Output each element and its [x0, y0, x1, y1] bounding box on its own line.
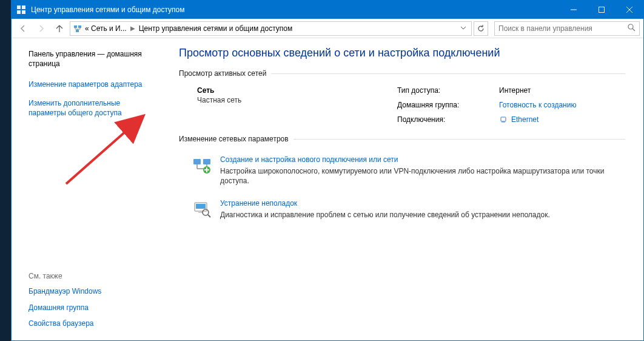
- access-type-value: Интернет: [499, 86, 625, 95]
- sidebar-home[interactable]: Панель управления — домашняя страница: [29, 49, 159, 69]
- chevron-right-icon: ▶: [129, 25, 136, 32]
- new-connection-icon: [192, 155, 212, 175]
- task-new-connection-body: Создание и настройка нового подключения …: [220, 155, 608, 186]
- network-details: Тип доступа: Интернет Домашняя группа: Г…: [397, 86, 625, 124]
- network-name: Сеть: [197, 86, 397, 95]
- task-troubleshoot: Устранение неполадок Диагностика и испра…: [192, 199, 625, 220]
- breadcrumb-part-2[interactable]: Центр управления сетями и общим доступом: [139, 24, 293, 33]
- address-bar[interactable]: « Сеть и И... ▶ Центр управления сетями …: [70, 21, 472, 36]
- divider: [293, 139, 625, 140]
- window-controls: [560, 1, 643, 19]
- sidebar: Панель управления — домашняя страница Из…: [12, 38, 168, 340]
- window-title: Центр управления сетями и общим доступом: [31, 5, 560, 14]
- forward-button[interactable]: [33, 21, 49, 36]
- app-icon: [16, 5, 26, 15]
- seealso-label: См. также: [29, 272, 159, 280]
- address-dropdown-icon[interactable]: [458, 24, 469, 33]
- back-button[interactable]: [15, 21, 31, 36]
- sidebar-link-advanced-sharing[interactable]: Изменить дополнительные параметры общего…: [29, 98, 159, 118]
- section-network-settings: Изменение сетевых параметров: [179, 135, 625, 143]
- close-button[interactable]: [615, 1, 643, 19]
- svg-rect-0: [17, 5, 21, 9]
- maximize-button[interactable]: [588, 1, 615, 19]
- window: Центр управления сетями и общим доступом: [11, 0, 644, 341]
- svg-line-16: [632, 29, 635, 31]
- troubleshoot-icon: [192, 199, 212, 218]
- homegroup-link[interactable]: Готовность к созданию: [499, 101, 576, 109]
- seealso-link-browser-properties[interactable]: Свойства браузера: [29, 319, 159, 328]
- task-new-connection-link[interactable]: Создание и настройка нового подключения …: [220, 155, 398, 164]
- svg-rect-17: [501, 117, 506, 121]
- desktop-strip: [0, 0, 11, 341]
- svg-line-33: [208, 215, 210, 217]
- task-troubleshoot-desc: Диагностика и исправление проблем с сеть…: [220, 210, 550, 220]
- seealso-link-homegroup[interactable]: Домашняя группа: [29, 303, 159, 312]
- network-location-icon: [73, 24, 82, 33]
- connection-link[interactable]: Ethernet: [511, 115, 538, 124]
- svg-rect-21: [193, 159, 201, 164]
- network-type: Частная сеть: [197, 96, 397, 104]
- task-new-connection-desc: Настройка широкополосного, коммутируемог…: [220, 166, 608, 186]
- search-icon: [627, 23, 636, 33]
- search-box[interactable]: [494, 21, 640, 36]
- minimize-button[interactable]: [560, 1, 588, 19]
- toolbar: « Сеть и И... ▶ Центр управления сетями …: [12, 19, 643, 38]
- svg-rect-9: [78, 25, 81, 28]
- divider: [271, 73, 625, 74]
- task-new-connection: Создание и настройка нового подключения …: [192, 155, 625, 186]
- task-troubleshoot-body: Устранение неполадок Диагностика и испра…: [220, 199, 550, 220]
- sidebar-link-adapter-settings[interactable]: Изменение параметров адаптера: [29, 79, 159, 89]
- svg-rect-3: [22, 10, 25, 14]
- breadcrumb-part-1[interactable]: « Сеть и И...: [85, 24, 127, 33]
- seealso-link-firewall[interactable]: Брандмауэр Windows: [29, 286, 159, 296]
- svg-point-15: [628, 24, 633, 29]
- section-active-networks: Просмотр активных сетей: [179, 69, 625, 78]
- svg-rect-10: [76, 30, 79, 32]
- refresh-button[interactable]: [474, 21, 488, 36]
- section-network-settings-label: Изменение сетевых параметров: [179, 135, 289, 143]
- homegroup-label: Домашняя группа:: [397, 101, 494, 109]
- section-active-networks-label: Просмотр активных сетей: [179, 69, 266, 78]
- svg-rect-30: [196, 204, 206, 209]
- svg-rect-2: [17, 10, 21, 14]
- connections-label: Подключения:: [397, 115, 494, 124]
- svg-rect-8: [74, 25, 77, 28]
- sidebar-seealso: См. также Брандмауэр Windows Домашняя гр…: [29, 272, 159, 334]
- tasks: Создание и настройка нового подключения …: [179, 152, 625, 220]
- task-troubleshoot-link[interactable]: Устранение неполадок: [220, 199, 297, 208]
- body: Панель управления — домашняя страница Из…: [12, 38, 643, 340]
- access-type-label: Тип доступа:: [397, 86, 494, 95]
- ethernet-icon: [499, 115, 508, 124]
- up-button[interactable]: [52, 21, 67, 36]
- network-identity: Сеть Частная сеть: [197, 86, 397, 104]
- search-input[interactable]: [498, 24, 627, 33]
- main-content: Просмотр основных сведений о сети и наст…: [168, 38, 643, 340]
- active-network: Сеть Частная сеть Тип доступа: Интернет …: [179, 86, 625, 130]
- titlebar: Центр управления сетями и общим доступом: [12, 1, 643, 19]
- svg-rect-5: [599, 7, 605, 13]
- svg-rect-1: [22, 5, 25, 9]
- page-heading: Просмотр основных сведений о сети и наст…: [179, 47, 625, 59]
- svg-rect-22: [203, 159, 210, 164]
